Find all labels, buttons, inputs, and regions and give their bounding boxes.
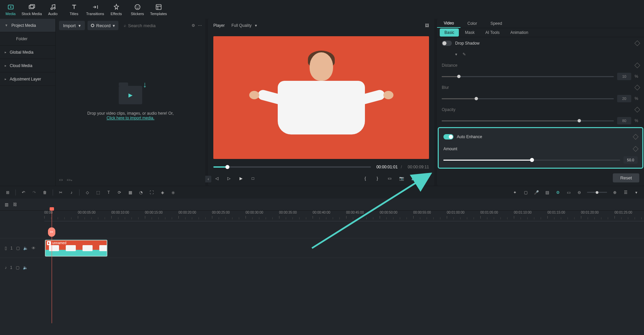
video-preview[interactable] — [213, 36, 429, 159]
color-chevron-icon[interactable]: ▾ — [455, 52, 457, 57]
nav-project-media[interactable]: ▼Project Media — [0, 19, 55, 32]
keyframe-button[interactable] — [633, 146, 639, 152]
display-icon[interactable]: ▭ — [386, 175, 393, 182]
tag-icon[interactable]: ◇ — [84, 190, 90, 195]
folder-icon-small[interactable]: ▭ — [59, 177, 63, 182]
zoom-slider[interactable] — [587, 192, 607, 193]
track-mute-icon[interactable]: 🔈 — [23, 265, 28, 270]
track-lock-icon[interactable]: ▢ — [16, 265, 19, 270]
track-body[interactable] — [44, 258, 644, 277]
record-button[interactable]: Record▾ — [88, 21, 118, 30]
subtab-animation[interactable]: Animation — [505, 29, 533, 37]
play-button[interactable]: ▶ — [237, 175, 244, 182]
more-icon[interactable]: ⋯ — [198, 23, 202, 28]
mixer-icon[interactable]: ⚙ — [555, 190, 561, 195]
volume-button[interactable]: 🔊 — [410, 175, 417, 182]
marker-icon[interactable]: ✦ — [512, 190, 518, 195]
keyframe-icon[interactable]: ◈ — [159, 190, 165, 195]
mark-in-button[interactable]: { — [362, 175, 369, 182]
undo-button[interactable]: ↶ — [20, 190, 26, 195]
snapshot-button[interactable]: 📷 — [398, 175, 405, 182]
track-lock-icon[interactable]: ▢ — [16, 246, 20, 250]
blur-value[interactable]: 20 — [617, 95, 631, 102]
new-folder-icon[interactable]: ▭₊ — [67, 177, 72, 182]
subtab-mask[interactable]: Mask — [460, 29, 479, 37]
opacity-value[interactable]: 80 — [617, 117, 631, 124]
keyframe-button[interactable] — [635, 85, 640, 91]
text-icon[interactable]: T — [106, 190, 112, 195]
link-icon[interactable]: ⛓ — [13, 202, 17, 207]
tab-media[interactable]: Media — [0, 0, 21, 19]
caption-icon[interactable]: ▭ — [566, 190, 572, 195]
amount-slider[interactable] — [443, 160, 620, 161]
search-media[interactable]: ⌕ — [121, 23, 189, 28]
shield-icon[interactable]: ▢ — [523, 190, 529, 195]
distance-value[interactable]: 10 — [617, 73, 631, 80]
blur-slider[interactable] — [442, 98, 614, 99]
cut-button[interactable]: ✂ — [58, 190, 64, 195]
nav-folder[interactable]: Folder — [0, 32, 55, 46]
keyframe-button[interactable] — [633, 134, 639, 140]
stop-button[interactable]: □ — [250, 175, 256, 182]
eyedropper-icon[interactable]: ✎ — [463, 52, 466, 57]
zoom-out-button[interactable]: ⊖ — [576, 190, 582, 195]
auto-enhance-toggle[interactable] — [443, 134, 453, 139]
nav-cloud-media[interactable]: ▸Cloud Media — [0, 59, 55, 72]
chevron-down-icon[interactable]: ▾ — [633, 190, 639, 195]
tab-stickers[interactable]: Stickers — [127, 0, 148, 19]
opacity-slider[interactable] — [442, 120, 614, 121]
nav-adjustment-layer[interactable]: ▸Adjustment Layer — [0, 72, 55, 86]
tab-audio[interactable]: Audio — [42, 0, 63, 19]
speed-icon[interactable]: ⟳ — [116, 190, 122, 195]
mark-out-button[interactable]: } — [374, 175, 381, 182]
keyframe-button[interactable] — [635, 107, 640, 113]
amount-value[interactable]: 50.0 — [624, 156, 638, 164]
track-visible-icon[interactable]: 👁 — [32, 246, 36, 250]
prev-frame-button[interactable]: ◁ — [213, 175, 220, 182]
view-options-icon[interactable]: ☰ — [623, 190, 629, 195]
color-icon[interactable]: ▦ — [127, 190, 133, 195]
play-pause-button[interactable]: ▷ — [225, 175, 232, 182]
mic-icon[interactable]: 🎤 — [533, 190, 539, 195]
razor-icon[interactable]: ✂ — [48, 227, 55, 237]
subtab-ai-tools[interactable]: AI Tools — [481, 29, 504, 37]
quality-dropdown[interactable]: Full Quality▾ — [231, 23, 257, 28]
reset-button[interactable]: Reset — [613, 173, 639, 182]
crop-button[interactable]: ⬚ — [95, 190, 101, 195]
prop-tab-video[interactable]: Video — [437, 19, 461, 28]
timer-icon[interactable]: ◔ — [138, 190, 144, 195]
fullscreen-button[interactable]: ⛶ — [422, 175, 429, 182]
slider-thumb[interactable] — [475, 97, 478, 100]
playhead[interactable]: ✂ — [52, 209, 52, 323]
distance-slider[interactable] — [442, 76, 614, 77]
video-clip[interactable]: unnamed — [45, 240, 107, 257]
grid-icon[interactable]: ⊞ — [5, 190, 11, 195]
keyframe-button[interactable] — [635, 63, 640, 68]
filter-icon[interactable]: ⚙ — [192, 23, 195, 28]
slider-thumb[interactable] — [457, 75, 461, 78]
snapshot-preview-icon[interactable]: 🖼 — [425, 23, 429, 28]
tab-effects[interactable]: Effects — [106, 0, 127, 19]
delete-button[interactable]: 🗑 — [42, 190, 48, 195]
prop-tab-color[interactable]: Color — [461, 19, 484, 28]
search-input[interactable] — [128, 23, 189, 28]
player-scrubber[interactable] — [213, 166, 371, 168]
media-drop-zone[interactable]: ↓ ▶ Drop your video clips, images, or au… — [56, 32, 205, 174]
nav-global-media[interactable]: ▸Global Media — [0, 46, 55, 59]
tab-stock-media[interactable]: Stock Media — [21, 0, 42, 19]
tab-templates[interactable]: Templates — [148, 0, 169, 19]
track-body[interactable]: unnamed — [44, 238, 644, 258]
track-mute-icon[interactable]: 🔈 — [23, 246, 28, 250]
tab-titles[interactable]: Titles — [63, 0, 85, 19]
slider-thumb[interactable] — [578, 119, 581, 122]
prop-tab-speed[interactable]: Speed — [484, 19, 509, 28]
drop-shadow-toggle[interactable] — [442, 41, 452, 46]
slider-thumb[interactable] — [530, 158, 534, 162]
list-icon[interactable]: ▤ — [544, 190, 550, 195]
render-icon[interactable]: ◉ — [170, 190, 176, 195]
collapse-panel-button[interactable]: ‹ — [205, 176, 211, 182]
import-button[interactable]: Import▾ — [59, 21, 85, 30]
timeline-ruler[interactable]: 00:0000:00:05:0000:00:10:0000:00:15:0000… — [44, 211, 644, 221]
keyframe-button[interactable] — [635, 41, 640, 46]
fit-icon[interactable]: ⛶ — [149, 190, 155, 195]
